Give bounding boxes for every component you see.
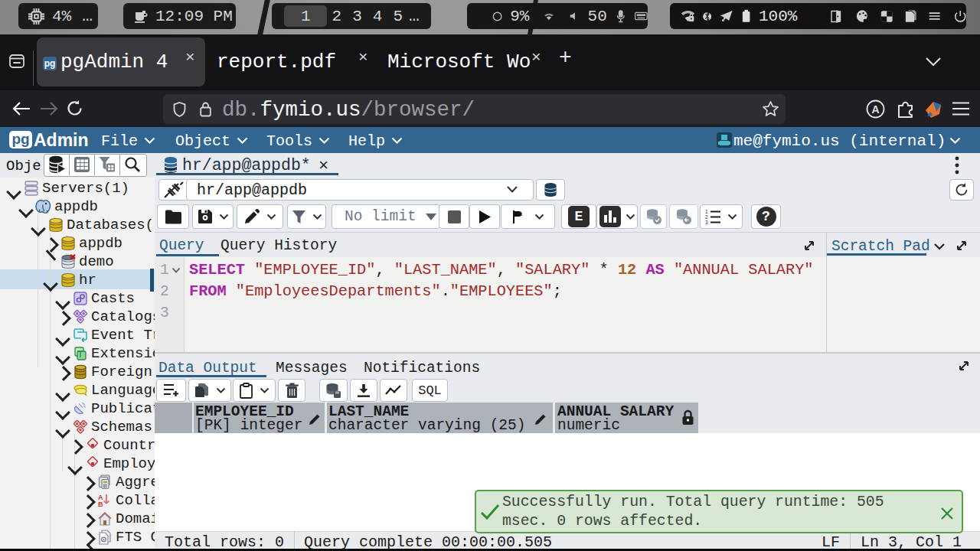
svg-text:2: 2 xyxy=(705,214,708,220)
svg-text:3: 3 xyxy=(705,220,708,224)
svg-text:A: A xyxy=(871,103,879,116)
svg-text:1: 1 xyxy=(519,210,523,217)
svg-text:B: B xyxy=(98,500,103,508)
